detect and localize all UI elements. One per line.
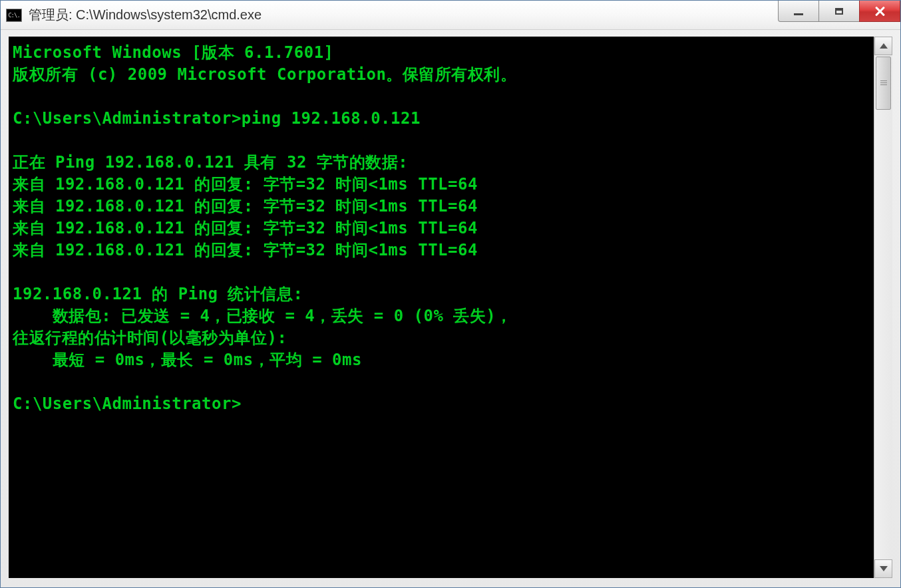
vertical-scrollbar[interactable]	[874, 37, 892, 578]
client-area: Microsoft Windows [版本 6.1.7601] 版权所有 (c)…	[9, 37, 892, 578]
maximize-icon	[835, 8, 843, 15]
cmd-window: C:\. 管理员: C:\Windows\system32\cmd.exe Mi…	[0, 0, 901, 588]
scroll-track[interactable]	[874, 55, 892, 559]
minimize-icon	[794, 13, 803, 15]
close-button[interactable]	[859, 1, 900, 22]
terminal-output[interactable]: Microsoft Windows [版本 6.1.7601] 版权所有 (c)…	[9, 37, 874, 578]
titlebar[interactable]: C:\. 管理员: C:\Windows\system32\cmd.exe	[1, 1, 900, 30]
arrow-down-icon	[880, 566, 888, 571]
arrow-up-icon	[880, 43, 888, 49]
maximize-button[interactable]	[818, 1, 860, 22]
minimize-button[interactable]	[778, 1, 819, 22]
scroll-up-button[interactable]	[874, 37, 892, 55]
cmd-icon: C:\.	[6, 9, 22, 22]
window-title: 管理员: C:\Windows\system32\cmd.exe	[29, 6, 262, 24]
scroll-down-button[interactable]	[874, 559, 892, 578]
scroll-thumb[interactable]	[876, 57, 891, 110]
window-controls	[778, 1, 900, 22]
close-icon	[874, 5, 886, 17]
